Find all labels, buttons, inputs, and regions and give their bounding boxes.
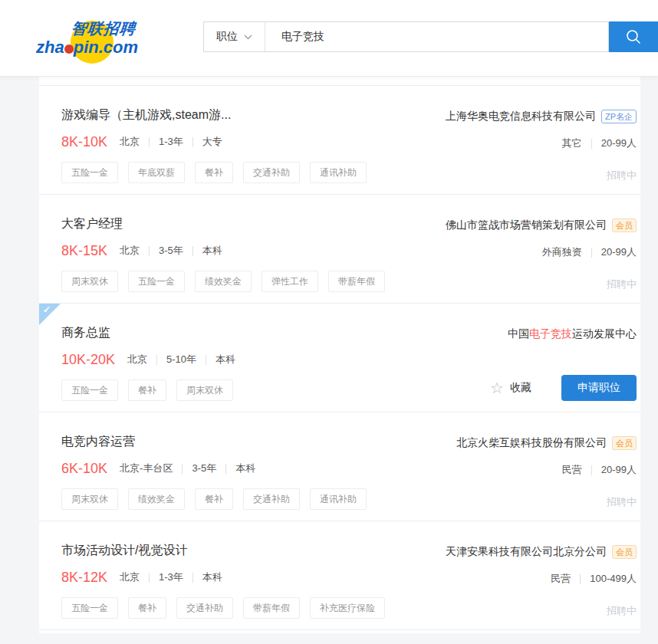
member-badge: 会员 <box>612 219 637 232</box>
search-box: 职位 <box>203 21 609 52</box>
company-name[interactable]: 中国电子竞技运动发展中心 <box>508 327 637 341</box>
benefit-tag: 绩效奖金 <box>195 271 252 292</box>
benefit-tag: 通讯补助 <box>310 488 367 510</box>
logo-chinese-text: 智联招聘 <box>71 18 137 39</box>
benefit-tag: 弹性工作 <box>262 271 318 292</box>
job-location: 北京 <box>127 353 147 366</box>
job-title[interactable]: 游戏编导（主机游戏,steam游... <box>61 107 367 123</box>
job-salary: 10K-20K <box>61 352 115 368</box>
benefit-tag: 餐补 <box>128 597 166 619</box>
divider <box>149 573 150 583</box>
job-experience: 1-3年 <box>159 135 183 149</box>
company-type: 民营 <box>562 463 582 477</box>
company-info-line: 民营 20-99人 <box>562 463 637 477</box>
job-title[interactable]: 大客户经理 <box>61 215 385 232</box>
divider <box>591 465 592 475</box>
search-bar: 职位 <box>203 21 658 52</box>
zhaopin-logo[interactable]: 智联招聘 zhapin.com <box>35 17 157 64</box>
hiring-status: 招聘中 <box>607 604 637 618</box>
company-info-line: 民营 100-499人 <box>551 572 637 586</box>
job-title[interactable]: 市场活动设计/视觉设计 <box>61 542 385 559</box>
benefit-tag: 周末双休 <box>61 271 118 292</box>
company-name[interactable]: 天津安果科技有限公司北京分公司 <box>446 545 607 559</box>
job-title[interactable]: 电竞内容运营 <box>61 433 367 450</box>
benefit-tag: 餐补 <box>195 488 233 510</box>
job-title[interactable]: 商务总监 <box>61 324 235 341</box>
divider <box>149 137 150 147</box>
benefit-tag: 周末双休 <box>61 488 118 510</box>
divider <box>192 246 193 256</box>
job-location: 北京 <box>120 244 140 258</box>
member-badge: 会员 <box>612 545 637 559</box>
benefit-tag: 五险一金 <box>128 271 185 292</box>
divider <box>192 137 193 147</box>
benefit-tag: 交通补助 <box>176 597 233 619</box>
benefit-tag: 补充医疗保险 <box>310 597 385 619</box>
zp-famous-badge: ZP名企 <box>601 110 637 123</box>
job-salary-line: 10K-20K 北京 5-10年 本科 <box>61 350 235 370</box>
job-benefit-tags: 周末双休 绩效奖金 餐补 交通补助 通讯补助 <box>61 488 367 510</box>
job-experience: 3-5年 <box>159 244 183 258</box>
job-education: 本科 <box>215 353 235 366</box>
hiring-status: 招聘中 <box>607 495 637 509</box>
benefit-tag: 带薪年假 <box>328 271 385 292</box>
benefit-tag: 带薪年假 <box>243 597 300 619</box>
chevron-down-icon <box>244 34 252 40</box>
divider <box>182 464 183 474</box>
company-name[interactable]: 上海华奥电竞信息科技有限公司 <box>446 110 596 123</box>
search-icon <box>625 28 642 45</box>
search-input[interactable] <box>265 22 608 51</box>
company-type: 其它 <box>562 136 582 150</box>
job-listing-row-selected[interactable]: ✓ 商务总监 10K-20K 北京 5-10年 本科 五险一金 餐补 周末双休 … <box>39 303 640 412</box>
benefit-tag: 年底双薪 <box>128 162 185 183</box>
job-experience: 3-5年 <box>192 462 216 475</box>
company-name[interactable]: 北京火柴互娱科技股份有限公司 <box>456 436 607 450</box>
company-name[interactable]: 佛山市篮战市场营销策划有限公司 <box>446 219 607 232</box>
divider <box>149 246 150 256</box>
apply-job-button[interactable]: 申请职位 <box>561 375 637 401</box>
divider <box>580 574 581 584</box>
company-size: 20-99人 <box>601 463 637 477</box>
job-benefit-tags: 五险一金 餐补 交通补助 带薪年假 补充医疗保险 <box>61 597 385 619</box>
job-education: 本科 <box>202 244 222 258</box>
job-education: 本科 <box>202 570 222 584</box>
member-badge: 会员 <box>612 436 637 450</box>
company-name-part: 中国 <box>508 327 529 340</box>
company-info-line: 外商独资 20-99人 <box>542 245 637 259</box>
job-salary: 6K-10K <box>61 461 107 477</box>
collect-button[interactable]: ☆ 收藏 <box>490 380 531 396</box>
benefit-tag: 交通补助 <box>243 162 300 183</box>
benefit-tag: 交通补助 <box>243 488 300 510</box>
benefit-tag: 通讯补助 <box>310 162 367 183</box>
job-listing-row[interactable]: 大客户经理 8K-15K 北京 3-5年 本科 周末双休 五险一金 绩效奖金 弹… <box>39 194 640 303</box>
job-experience: 5-10年 <box>166 353 196 366</box>
job-salary: 8K-12K <box>61 570 107 586</box>
job-salary: 8K-10K <box>61 134 107 150</box>
logo-text-post: pin.com <box>74 38 138 57</box>
job-listing-row[interactable]: 市场活动设计/视觉设计 8K-12K 北京 1-3年 本科 五险一金 餐补 交通… <box>39 521 640 629</box>
job-benefit-tags: 五险一金 餐补 周末双休 <box>61 380 235 401</box>
job-salary-line: 8K-12K 北京 1-3年 本科 <box>61 567 385 587</box>
job-listing-row[interactable]: 电竞内容运营 6K-10K 北京-丰台区 3-5年 本科 周末双休 绩效奖金 餐… <box>39 412 640 521</box>
job-salary: 8K-15K <box>61 243 107 259</box>
divider <box>156 355 157 365</box>
job-location: 北京 <box>120 570 140 584</box>
benefit-tag: 五险一金 <box>61 597 118 619</box>
collect-label: 收藏 <box>510 381 531 395</box>
benefit-tag: 五险一金 <box>61 380 118 401</box>
company-name-part: 运动发展中心 <box>572 327 637 340</box>
hiring-status: 招聘中 <box>607 169 637 182</box>
search-category-dropdown[interactable]: 职位 <box>204 22 265 51</box>
divider <box>192 573 193 583</box>
company-info-line: 其它 20-99人 <box>562 136 637 150</box>
benefit-tag: 餐补 <box>128 380 166 401</box>
benefit-tag: 五险一金 <box>61 162 118 183</box>
star-icon: ☆ <box>490 380 504 396</box>
job-listing-row[interactable]: 游戏编导（主机游戏,steam游... 8K-10K 北京 1-3年 大专 五险… <box>39 85 640 194</box>
search-button[interactable] <box>609 21 658 52</box>
company-size: 20-99人 <box>601 136 637 150</box>
company-size: 100-499人 <box>590 572 637 586</box>
job-actions: ☆ 收藏 申请职位 <box>490 375 637 401</box>
benefit-tag: 周末双休 <box>176 380 233 401</box>
job-location: 北京 <box>120 135 140 149</box>
